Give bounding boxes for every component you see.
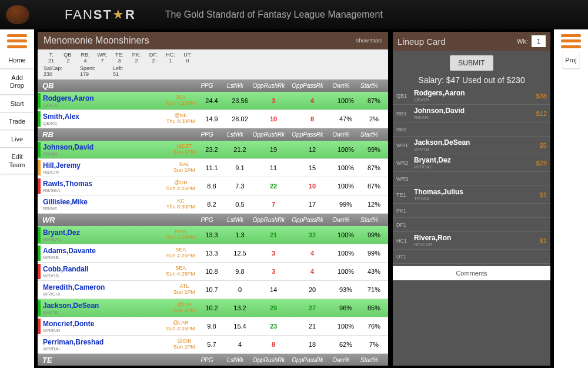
- submit-button[interactable]: SUBMIT: [450, 55, 493, 71]
- player-row[interactable]: Hill,JeremyRB/CIN BALSun 1PM 11.1 9.1 11…: [38, 159, 388, 177]
- player-row[interactable]: Adams,DavanteWR/GB SEASun 4:25PM 13.3 12…: [38, 244, 388, 263]
- opponent: KCThu 8:30PM: [166, 198, 195, 210]
- lineup-slot[interactable]: HC1 Rivera,RonHC/CAR $1: [393, 232, 550, 250]
- lineup-panel: Lineup Card Wk: SUBMIT Salary: $47 Used …: [393, 32, 550, 366]
- opponent: SEASun 4:25PM: [166, 247, 195, 259]
- lineup-slot[interactable]: QB1 Rodgers,AaronQB/GB $38: [393, 87, 550, 105]
- player-link[interactable]: Rodgers,Aaron: [43, 94, 94, 102]
- player-link[interactable]: Gillislee,Mike: [43, 198, 88, 206]
- nav-start[interactable]: Start: [0, 95, 34, 112]
- lineup-slot[interactable]: WR2 Bryant,DezWR/DAL $28: [393, 154, 550, 172]
- opponent: ATLSun 1PM: [173, 284, 195, 296]
- position-header: QBPPGLstWkOppRushRkOppPassRkOwn%Start%: [38, 79, 388, 92]
- star-icon: ★: [112, 7, 125, 22]
- player-link[interactable]: Meredith,Cameron: [43, 283, 105, 291]
- player-link[interactable]: Smith,Alex: [43, 112, 79, 121]
- player-link[interactable]: Hill,Jeremy: [43, 161, 81, 170]
- football-icon: [6, 5, 29, 24]
- roster-meta: T:21 QB:2 RB:4 WR:7 TE:3 PK:2 DF:2 HC:1 …: [38, 49, 388, 79]
- hamburger-icon[interactable]: [7, 33, 27, 49]
- player-row[interactable]: Bryant,DezWR/DAL NYGSun 8:30PM 13.3 1.3 …: [38, 226, 388, 244]
- player-row[interactable]: Rodgers,AaronQB/GB SEASun 4:25PM 24.4 23…: [38, 92, 388, 110]
- opponent: BALSun 1PM: [173, 162, 195, 174]
- player-link[interactable]: Bryant,Dez: [43, 228, 80, 237]
- app-header: FANST★R The Gold Standard of Fantasy Lea…: [0, 0, 588, 29]
- opponent: NYGSun 8:30PM: [166, 229, 195, 241]
- opponent: @DETSun 1PM: [173, 144, 195, 155]
- lineup-slot[interactable]: UT1: [393, 250, 550, 264]
- nav-trade[interactable]: Trade: [0, 113, 34, 130]
- position-header: RBPPGLstWkOppRushRkOppPassRkOwn%Start%: [38, 128, 388, 141]
- team-name: Menomonie Moonshiners: [44, 35, 149, 46]
- player-link[interactable]: Cobb,Randall: [43, 265, 88, 273]
- nav-edit-team[interactable]: Edit Team: [0, 148, 34, 173]
- salary-summary: Salary: $47 Used out of $230: [393, 73, 550, 87]
- tagline: The Gold Standard of Fantasy League Mana…: [165, 9, 383, 20]
- player-row[interactable]: Smith,AlexQB/KC @NEThu 8:30PM 14.9 28.02…: [38, 110, 388, 128]
- player-row[interactable]: Rawls,ThomasRB/SEA @GBSun 4:25PM 8.8 7.3…: [38, 177, 388, 195]
- right-nav: Proj: [554, 29, 588, 368]
- opponent: @NEThu 8:30PM: [166, 113, 195, 125]
- nav-proj[interactable]: Proj: [563, 52, 579, 68]
- position-header: TEPPGLstWkOppRushRkOppPassRkOwn%Start%: [38, 354, 388, 366]
- comments-box[interactable]: Comments: [393, 266, 550, 280]
- lineup-slot[interactable]: RB2: [393, 122, 550, 137]
- opponent: SEASun 4:25PM: [166, 95, 195, 107]
- lineup-slot[interactable]: WR1 Jackson,DeSeanWR/TB $5: [393, 137, 550, 154]
- player-link[interactable]: Johnson,David: [43, 143, 93, 151]
- lineup-slot[interactable]: TE1 Thomas,JuliusTE/MIA $1: [393, 186, 550, 204]
- player-row[interactable]: Meredith,CameronWR/CHI ATLSun 1PM 10.7 0…: [38, 281, 388, 299]
- lineup-slot[interactable]: PK1: [393, 204, 550, 218]
- left-nav: Home Add Drop Start Trade Live Edit Team: [0, 29, 34, 368]
- player-link[interactable]: Rawls,Thomas: [43, 180, 92, 188]
- player-link[interactable]: Adams,Davante: [43, 247, 96, 255]
- player-row[interactable]: Moncrief,DonteWR/IND @LARSun 4:05PM 9.8 …: [38, 317, 388, 336]
- roster-panel: Menomonie Moonshiners Show Stats T:21 QB…: [38, 32, 388, 366]
- lineup-title: Lineup Card: [397, 37, 446, 47]
- hamburger-icon-right[interactable]: [561, 33, 581, 49]
- lineup-slot[interactable]: DF1: [393, 218, 550, 232]
- brand-logo: FANST★R: [65, 7, 136, 22]
- position-header: WRPPGLstWkOppRushRkOppPassRkOwn%Start%: [38, 214, 388, 226]
- opponent: @CINSun 1PM: [173, 339, 195, 350]
- nav-add-drop[interactable]: Add Drop: [0, 69, 34, 94]
- player-row[interactable]: Gillislee,MikeRB/NE KCThu 8:30PM 8.2 0.5…: [38, 195, 388, 214]
- player-row[interactable]: Cobb,RandallWR/GB SEASun 4:25PM 10.8 9.8…: [38, 263, 388, 281]
- week-label: Wk:: [517, 38, 528, 45]
- week-input[interactable]: [532, 35, 546, 47]
- opponent: @MIASun 1PM: [173, 302, 195, 314]
- lineup-slot[interactable]: RB1 Johnson,DavidRB/ARI $12: [393, 105, 550, 122]
- player-row[interactable]: Johnson,DavidRB/ARI @DETSun 1PM 23.2 21.…: [38, 141, 388, 159]
- opponent: @LARSun 4:05PM: [166, 320, 195, 332]
- opponent: @GBSun 4:25PM: [166, 180, 195, 192]
- player-row[interactable]: Perriman,BreshadWR/BAL @CINSun 1PM 5.7 4…: [38, 336, 388, 354]
- player-link[interactable]: Jackson,DeSean: [43, 301, 99, 310]
- player-row[interactable]: Jackson,DeSeanWR/TB @MIASun 1PM 10.2 13.…: [38, 299, 388, 317]
- opponent: SEASun 4:25PM: [166, 266, 195, 277]
- show-stats-link[interactable]: Show Stats: [355, 38, 382, 44]
- player-link[interactable]: Perriman,Breshad: [43, 338, 103, 346]
- lineup-slot[interactable]: WR3: [393, 172, 550, 186]
- player-link[interactable]: Moncrief,Donte: [43, 320, 94, 328]
- nav-live[interactable]: Live: [0, 131, 34, 147]
- nav-home[interactable]: Home: [0, 52, 34, 68]
